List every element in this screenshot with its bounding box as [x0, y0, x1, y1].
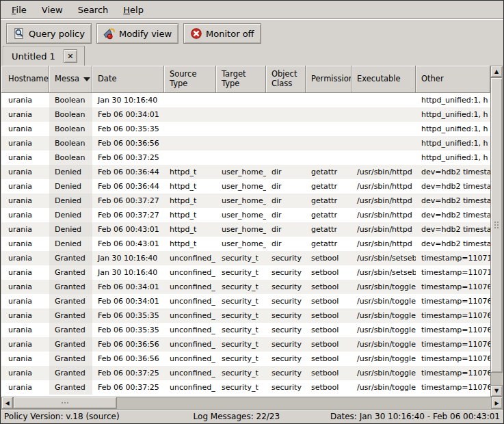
- column-header-date[interactable]: Date: [92, 66, 164, 93]
- cell-permission: [306, 150, 352, 165]
- cell-permission: setbool: [306, 366, 352, 380]
- scroll-right-icon: ▶: [494, 400, 499, 406]
- table-row[interactable]: uraniaGrantedFeb 06 00:35:35unconfined_s…: [1, 323, 490, 337]
- cell-date: Feb 06 00:37:25: [92, 380, 164, 395]
- tab-close-button[interactable]: ✕: [64, 49, 77, 63]
- menu-file[interactable]: File: [6, 3, 32, 17]
- menu-search[interactable]: Search: [72, 3, 114, 17]
- cell-message: Boolean: [49, 150, 92, 165]
- table-row[interactable]: uraniaGrantedFeb 06 00:34:01unconfined_s…: [1, 280, 490, 294]
- column-header-object-class[interactable]: Object Class: [266, 66, 306, 93]
- column-header-source-type[interactable]: Source Type: [164, 66, 216, 93]
- scroll-down-button[interactable]: ▼: [490, 385, 503, 397]
- scroll-right-button[interactable]: ▶: [491, 397, 503, 409]
- tab-untitled-1[interactable]: Untitled 1 ✕: [3, 46, 85, 66]
- cell-date: Feb 06 00:37:25: [92, 150, 164, 165]
- toolbar: Query policy Modify view Monitor off: [1, 19, 503, 45]
- dates-status: Dates: Jan 30 10:16:40 - Feb 06 00:43:01: [314, 412, 500, 421]
- cell-message: Granted: [49, 294, 92, 308]
- cell-target_type: security_t: [216, 352, 266, 366]
- cell-target_type: security_t: [216, 308, 266, 323]
- menu-help[interactable]: Help: [118, 3, 149, 17]
- cell-hostname: urania: [1, 165, 49, 179]
- query-policy-label: Query policy: [29, 29, 85, 39]
- horizontal-scroll-thumb[interactable]: [13, 397, 117, 409]
- scroll-down-icon: ▼: [494, 388, 499, 394]
- table-row[interactable]: uraniaGrantedFeb 06 00:37:25unconfined_s…: [1, 380, 490, 395]
- cell-source_type: unconfined_: [164, 308, 216, 323]
- cell-other: httpd_unified:1, h: [416, 93, 490, 107]
- table-row[interactable]: uraniaDeniedFeb 06 00:36:44httpd_tuser_h…: [1, 179, 490, 194]
- scroll-up-button[interactable]: ▲: [490, 66, 503, 77]
- table-row[interactable]: uraniaGrantedFeb 06 00:36:56unconfined_s…: [1, 337, 490, 352]
- monitor-off-button[interactable]: Monitor off: [183, 23, 261, 44]
- table-row[interactable]: uraniaGrantedJan 30 10:16:40unconfined_s…: [1, 251, 490, 265]
- table-row[interactable]: uraniaBooleanFeb 06 00:37:25httpd_unifie…: [1, 150, 490, 165]
- table-row[interactable]: uraniaDeniedFeb 06 00:37:27httpd_tuser_h…: [1, 194, 490, 208]
- column-header-target-type[interactable]: Target Type: [216, 66, 266, 93]
- column-header-permission[interactable]: Permission: [306, 66, 352, 93]
- vertical-scroll-thumb[interactable]: [490, 77, 503, 373]
- column-header-other[interactable]: Other: [416, 66, 490, 93]
- cell-source_type: [164, 150, 216, 165]
- cell-date: Jan 30 10:16:40: [92, 265, 164, 280]
- cell-hostname: urania: [1, 222, 49, 237]
- cell-other: timestamp=11076: [416, 366, 490, 380]
- modify-view-icon: [103, 27, 116, 40]
- cell-hostname: urania: [1, 150, 49, 165]
- table-row[interactable]: uraniaDeniedFeb 06 00:37:27httpd_tuser_h…: [1, 208, 490, 222]
- column-header-hostname[interactable]: Hostname: [1, 66, 49, 93]
- modify-view-button[interactable]: Modify view: [96, 23, 178, 44]
- table-row[interactable]: uraniaBooleanJan 30 10:16:40httpd_unifie…: [1, 93, 490, 107]
- cell-permission: setbool: [306, 251, 352, 265]
- table-row[interactable]: uraniaDeniedFeb 06 00:43:01httpd_tuser_h…: [1, 237, 490, 251]
- cell-message: Granted: [49, 280, 92, 294]
- table-row[interactable]: uraniaDeniedFeb 06 00:36:44httpd_tuser_h…: [1, 165, 490, 179]
- cell-permission: [306, 107, 352, 122]
- cell-permission: setbool: [306, 352, 352, 366]
- close-icon: ✕: [67, 52, 73, 61]
- cell-other: timestamp=11076: [416, 380, 490, 395]
- vertical-scroll-track[interactable]: [490, 77, 503, 385]
- cell-target_type: security_t: [216, 265, 266, 280]
- cell-executable: [352, 136, 416, 150]
- cell-permission: setbool: [306, 337, 352, 352]
- table-row[interactable]: uraniaGrantedFeb 06 00:36:56unconfined_s…: [1, 352, 490, 366]
- column-header-executable[interactable]: Executable: [352, 66, 416, 93]
- cell-other: dev=hdb2 timesta: [416, 165, 490, 179]
- cell-date: Feb 06 00:34:01: [92, 294, 164, 308]
- cell-hostname: urania: [1, 380, 49, 395]
- cell-date: Feb 06 00:37:27: [92, 208, 164, 222]
- tab-label: Untitled 1: [12, 51, 55, 62]
- cell-target_type: [216, 136, 266, 150]
- cell-hostname: urania: [1, 122, 49, 136]
- scroll-left-button[interactable]: ◀: [1, 397, 13, 409]
- cell-message: Denied: [49, 194, 92, 208]
- table-row[interactable]: uraniaGrantedFeb 06 00:34:01unconfined_s…: [1, 294, 490, 308]
- horizontal-scrollbar[interactable]: ◀ ▶: [1, 397, 503, 409]
- table-row[interactable]: uraniaGrantedFeb 06 00:37:25unconfined_s…: [1, 366, 490, 380]
- column-header-message[interactable]: Messa: [49, 66, 92, 93]
- cell-hostname: urania: [1, 323, 49, 337]
- vertical-scrollbar[interactable]: ▲ ▼: [490, 66, 503, 397]
- menu-view[interactable]: View: [36, 3, 68, 17]
- cell-date: Jan 30 10:16:40: [92, 251, 164, 265]
- cell-object_class: dir: [266, 179, 306, 194]
- table-row[interactable]: uraniaGrantedJan 30 10:16:40unconfined_s…: [1, 265, 490, 280]
- cell-executable: /usr/sbin/httpd: [352, 179, 416, 194]
- cell-target_type: security_t: [216, 366, 266, 380]
- cell-permission: getattr: [306, 208, 352, 222]
- cell-message: Denied: [49, 179, 92, 194]
- cell-executable: [352, 150, 416, 165]
- cell-executable: /usr/sbin/toggle: [352, 323, 416, 337]
- cell-date: Feb 06 00:43:01: [92, 237, 164, 251]
- table-row[interactable]: uraniaBooleanFeb 06 00:34:01httpd_unifie…: [1, 107, 490, 122]
- table-row[interactable]: uraniaGrantedFeb 06 00:35:35unconfined_s…: [1, 308, 490, 323]
- cell-executable: /usr/sbin/setseb: [352, 251, 416, 265]
- table-row[interactable]: uraniaBooleanFeb 06 00:35:35httpd_unifie…: [1, 122, 490, 136]
- query-policy-button[interactable]: Query policy: [6, 23, 92, 44]
- cell-executable: /usr/sbin/toggle: [352, 380, 416, 395]
- table-row[interactable]: uraniaBooleanFeb 06 00:36:56httpd_unifie…: [1, 136, 490, 150]
- table-row[interactable]: uraniaDeniedFeb 06 00:43:01httpd_tuser_h…: [1, 222, 490, 237]
- statusbar: Policy Version: v.18 (source) Log Messag…: [1, 409, 503, 423]
